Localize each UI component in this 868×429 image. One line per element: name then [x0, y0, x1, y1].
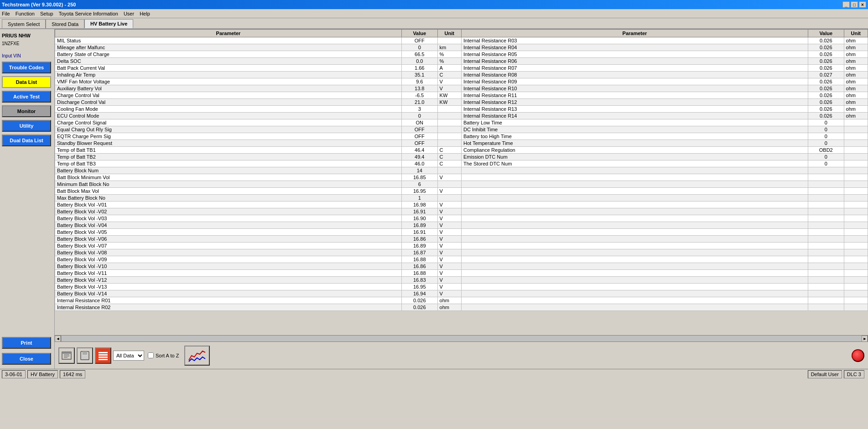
- value-left: ON: [401, 119, 437, 126]
- value-right: [808, 290, 844, 297]
- unit-left: V: [437, 78, 461, 85]
- table-row: Battery Block Vol -V08 16.87 V: [55, 249, 868, 256]
- value-right: 0.026: [808, 58, 844, 65]
- param-right: [461, 249, 808, 256]
- status-timing: 1642 ms: [60, 370, 85, 378]
- value-left: OFF: [401, 140, 437, 147]
- status-system: HV Battery: [27, 370, 58, 378]
- unit-left: km: [437, 44, 461, 51]
- table-container[interactable]: Parameter Value Unit Parameter Value Uni…: [55, 29, 868, 335]
- sort-az-checkbox[interactable]: [148, 352, 154, 358]
- menu-user[interactable]: User: [124, 11, 134, 16]
- value-left: 16.95: [401, 188, 437, 195]
- unit-left: [437, 37, 461, 44]
- tab-stored-data[interactable]: Stored Data: [46, 19, 84, 28]
- graph-button[interactable]: [184, 346, 210, 366]
- status-bar: 3-06-01 HV Battery 1642 ms Default User …: [0, 369, 868, 379]
- table-row: Battery State of Charge 66.5 % Internal …: [55, 51, 868, 58]
- save-button[interactable]: [77, 347, 93, 364]
- print-button[interactable]: Print: [2, 337, 51, 349]
- close-button[interactable]: ×: [859, 1, 866, 8]
- param-left: Temp of Batt TB3: [55, 160, 402, 167]
- monitor-button[interactable]: Monitor: [2, 105, 51, 117]
- value-left: 0.0: [401, 58, 437, 65]
- value-left: OFF: [401, 133, 437, 140]
- menu-function[interactable]: Function: [16, 11, 35, 16]
- tab-hv-battery-live[interactable]: HV Battery Live: [84, 19, 133, 28]
- unit-left: ohm: [437, 304, 461, 311]
- unit-left: V: [437, 284, 461, 290]
- table-row: Cooling Fan Mode 3 Internal Resistance R…: [55, 106, 868, 113]
- data-filter-dropdown[interactable]: All Data Option 1: [113, 351, 144, 361]
- param-right: [461, 270, 808, 277]
- param-right: [461, 256, 808, 263]
- scroll-left-arrow[interactable]: ◄: [55, 336, 61, 342]
- data-list-button[interactable]: Data List: [2, 76, 51, 88]
- param-right: Internal Resistance R04: [461, 44, 808, 51]
- title-bar-controls: _ □ ×: [842, 1, 866, 8]
- table-row: Battery Block Num 14: [55, 167, 868, 174]
- scroll-track[interactable]: [61, 336, 862, 342]
- menu-setup[interactable]: Setup: [40, 11, 53, 16]
- settings-button[interactable]: [95, 347, 111, 364]
- menu-toyota-service[interactable]: Toyota Service Information: [59, 11, 118, 16]
- value-right: [808, 208, 844, 215]
- menu-help[interactable]: Help: [140, 11, 150, 16]
- unit-right: [844, 160, 868, 167]
- close-button-sidebar[interactable]: Close: [2, 353, 51, 365]
- tab-system-select[interactable]: System Select: [2, 19, 46, 28]
- param-left: Battery Block Vol -V13: [55, 284, 402, 290]
- value-right: 0: [808, 119, 844, 126]
- param-right: Internal Resistance R12: [461, 99, 808, 106]
- svg-rect-8: [99, 352, 108, 353]
- record-button[interactable]: [852, 349, 864, 362]
- table-row: Charge Control Signal ON Battery Low Tim…: [55, 119, 868, 126]
- table-row: Battery Block Vol -V14 16.94 V: [55, 290, 868, 297]
- param-right: The Stored DTC Num: [461, 160, 808, 167]
- active-test-button[interactable]: Active Test: [2, 91, 51, 103]
- unit-right: [844, 181, 868, 188]
- maximize-button[interactable]: □: [851, 1, 858, 8]
- table-row: Equal Charg Out Rly Sig OFF DC Inhibit T…: [55, 126, 868, 133]
- unit-left: [437, 140, 461, 147]
- scroll-right-arrow[interactable]: ►: [862, 336, 868, 342]
- table-row: ECU Control Mode 0 Internal Resistance R…: [55, 113, 868, 119]
- value-right: 0.026: [808, 106, 844, 113]
- value-right: 0: [808, 160, 844, 167]
- unit-right: ohm: [844, 113, 868, 119]
- unit-right: [844, 236, 868, 243]
- trouble-codes-button[interactable]: Trouble Codes: [2, 62, 51, 73]
- dual-data-list-button[interactable]: Dual Data List: [2, 134, 51, 146]
- table-row: Batt Block Minimum Vol 16.85 V: [55, 174, 868, 181]
- svg-rect-6: [83, 351, 87, 355]
- param-right: Emission DTC Num: [461, 154, 808, 160]
- unit-right: ohm: [844, 99, 868, 106]
- menu-file[interactable]: File: [2, 11, 10, 16]
- value-left: 13.8: [401, 85, 437, 92]
- value-right: [808, 256, 844, 263]
- value-left: 0: [401, 113, 437, 119]
- minimize-button[interactable]: _: [842, 1, 850, 8]
- value-right: 0.026: [808, 92, 844, 99]
- value-right: 0.026: [808, 51, 844, 58]
- snapshot-button[interactable]: [58, 347, 75, 364]
- param-left: Battery Block Vol -V04: [55, 222, 402, 229]
- param-left: Cooling Fan Mode: [55, 106, 402, 113]
- value-right: 0.026: [808, 65, 844, 72]
- value-left: 46.4: [401, 147, 437, 154]
- unit-right: ohm: [844, 37, 868, 44]
- param-right: [461, 297, 808, 304]
- input-vin-label: Input VIN: [2, 53, 52, 58]
- param-left: Standby Blower Request: [55, 140, 402, 147]
- value-right: [808, 167, 844, 174]
- unit-right: ohm: [844, 106, 868, 113]
- param-left: Minimum Batt Block No: [55, 181, 402, 188]
- param-left: Battery Block Vol -V08: [55, 249, 402, 256]
- unit-right: ohm: [844, 51, 868, 58]
- utility-button[interactable]: Utility: [2, 120, 51, 132]
- horizontal-scrollbar[interactable]: ◄ ►: [55, 335, 868, 341]
- unit-right: ohm: [844, 85, 868, 92]
- param-left: Temp of Batt TB1: [55, 147, 402, 154]
- table-row: Batt Block Max Vol 16.95 V: [55, 188, 868, 195]
- unit-right: ohm: [844, 44, 868, 51]
